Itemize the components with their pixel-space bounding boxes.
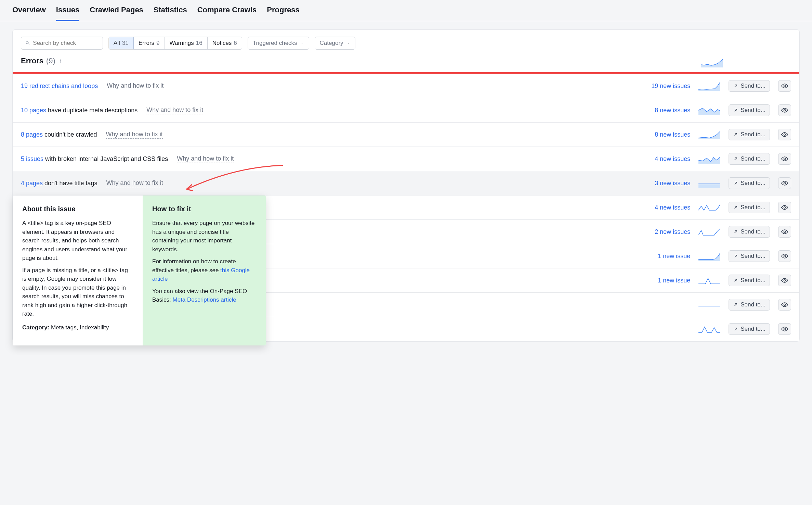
- sparkline-icon: [698, 227, 720, 237]
- search-icon: [25, 40, 30, 46]
- send-to-button[interactable]: Send to...: [729, 153, 770, 165]
- issue-cell: 8 pages couldn't be crawledWhy and how t…: [21, 131, 638, 139]
- dropdown-category[interactable]: Category: [315, 37, 355, 50]
- share-arrow-icon: [733, 253, 738, 259]
- meta-descriptions-link[interactable]: Meta Descriptions article: [173, 296, 236, 303]
- share-arrow-icon: [733, 302, 738, 307]
- new-issues-link[interactable]: 8 new issues: [646, 131, 690, 138]
- send-to-button[interactable]: Send to...: [729, 275, 770, 286]
- share-arrow-icon: [733, 83, 738, 89]
- about-column: About this issue A <title> tag is a key …: [13, 195, 143, 345]
- new-issues-link[interactable]: 19 new issues: [646, 83, 690, 90]
- pill-all[interactable]: All31: [109, 37, 134, 49]
- share-arrow-icon: [733, 156, 738, 162]
- new-issues-link[interactable]: 4 new issues: [646, 204, 690, 211]
- send-to-button[interactable]: Send to...: [729, 323, 770, 335]
- new-issues-link[interactable]: 4 new issues: [646, 155, 690, 163]
- pill-notices[interactable]: Notices6: [208, 37, 242, 49]
- tab-issues[interactable]: Issues: [56, 0, 80, 21]
- eye-icon: [781, 83, 788, 89]
- pill-warnings[interactable]: Warnings16: [165, 37, 208, 49]
- issue-link[interactable]: 5 issues: [21, 155, 43, 162]
- tab-statistics[interactable]: Statistics: [154, 0, 187, 21]
- why-fix-link[interactable]: Why and how to fix it: [107, 82, 163, 90]
- visibility-button[interactable]: [778, 250, 791, 262]
- svg-point-7: [784, 255, 786, 257]
- issue-row: 19 redirect chains and loopsWhy and how …: [13, 74, 799, 98]
- svg-point-6: [784, 231, 786, 233]
- about-paragraph: If a page is missing a title, or a <titl…: [22, 266, 133, 318]
- sparkline-icon: [698, 105, 720, 115]
- send-to-button[interactable]: Send to...: [729, 177, 770, 189]
- issue-link[interactable]: 10 pages: [21, 107, 46, 114]
- send-to-button[interactable]: Send to...: [729, 80, 770, 92]
- send-to-button[interactable]: Send to...: [729, 202, 770, 213]
- issue-cell: 4 pages don't have title tagsWhy and how…: [21, 179, 638, 187]
- visibility-button[interactable]: [778, 299, 791, 311]
- send-to-button[interactable]: Send to...: [729, 250, 770, 262]
- search-input[interactable]: [33, 40, 99, 47]
- fix-title: How to fix it: [152, 204, 256, 214]
- dropdown-triggered-checks[interactable]: Triggered checks: [248, 37, 309, 50]
- about-paragraph: A <title> tag is a key on-page SEO eleme…: [22, 219, 133, 263]
- why-fix-link[interactable]: Why and how to fix it: [146, 106, 203, 114]
- visibility-button[interactable]: [778, 226, 791, 238]
- svg-point-8: [784, 280, 786, 281]
- visibility-button[interactable]: [778, 80, 791, 92]
- share-arrow-icon: [733, 229, 738, 235]
- svg-point-9: [784, 304, 786, 306]
- new-issues-link[interactable]: 8 new issues: [646, 107, 690, 114]
- chevron-down-icon: [346, 41, 350, 45]
- send-to-button[interactable]: Send to...: [729, 104, 770, 116]
- eye-icon: [781, 204, 788, 211]
- visibility-button[interactable]: [778, 202, 791, 213]
- visibility-button[interactable]: [778, 323, 791, 335]
- why-fix-link[interactable]: Why and how to fix it: [177, 155, 234, 163]
- send-to-button[interactable]: Send to...: [729, 129, 770, 140]
- help-popover: About this issue A <title> tag is a key …: [13, 195, 266, 345]
- tab-compare-crawls[interactable]: Compare Crawls: [197, 0, 257, 21]
- info-icon[interactable]: i: [60, 58, 61, 64]
- tab-overview[interactable]: Overview: [12, 0, 46, 21]
- sparkline-icon: [698, 130, 720, 139]
- issue-desc: have duplicate meta descriptions: [46, 107, 137, 114]
- tab-crawled-pages[interactable]: Crawled Pages: [90, 0, 143, 21]
- sparkline-icon: [699, 58, 724, 67]
- share-arrow-icon: [733, 180, 738, 186]
- visibility-button[interactable]: [778, 129, 791, 140]
- pill-errors[interactable]: Errors9: [134, 37, 165, 49]
- issue-row: 5 issues with broken internal JavaScript…: [13, 147, 799, 171]
- new-issues-link[interactable]: 1 new issue: [646, 277, 690, 284]
- section-count: (9): [46, 56, 55, 65]
- eye-icon: [781, 228, 788, 235]
- sparkline-icon: [698, 81, 720, 91]
- svg-point-4: [784, 182, 786, 184]
- issue-cell: 10 pages have duplicate meta description…: [21, 106, 638, 114]
- svg-point-2: [784, 134, 786, 136]
- new-issues-link[interactable]: 1 new issue: [646, 253, 690, 260]
- search-box[interactable]: [21, 37, 103, 50]
- visibility-button[interactable]: [778, 275, 791, 286]
- eye-icon: [781, 326, 788, 332]
- issue-desc: couldn't be crawled: [43, 131, 97, 138]
- new-issues-link[interactable]: 3 new issues: [646, 180, 690, 187]
- issue-link[interactable]: 19 redirect chains and loops: [21, 83, 98, 89]
- visibility-button[interactable]: [778, 153, 791, 165]
- share-arrow-icon: [733, 326, 738, 332]
- issue-link[interactable]: 4 pages: [21, 180, 43, 187]
- send-to-button[interactable]: Send to...: [729, 226, 770, 238]
- sparkline-icon: [698, 324, 720, 334]
- visibility-button[interactable]: [778, 177, 791, 189]
- issue-desc: don't have title tags: [43, 180, 97, 187]
- about-title: About this issue: [22, 204, 133, 214]
- new-issues-link[interactable]: 2 new issues: [646, 228, 690, 236]
- send-to-button[interactable]: Send to...: [729, 299, 770, 311]
- why-fix-link[interactable]: Why and how to fix it: [106, 131, 163, 139]
- tab-progress[interactable]: Progress: [267, 0, 299, 21]
- issue-link[interactable]: 8 pages: [21, 131, 43, 138]
- issue-desc: with broken internal JavaScript and CSS …: [43, 155, 168, 162]
- eye-icon: [781, 301, 788, 308]
- visibility-button[interactable]: [778, 104, 791, 116]
- why-fix-link[interactable]: Why and how to fix it: [106, 179, 163, 187]
- eye-icon: [781, 277, 788, 284]
